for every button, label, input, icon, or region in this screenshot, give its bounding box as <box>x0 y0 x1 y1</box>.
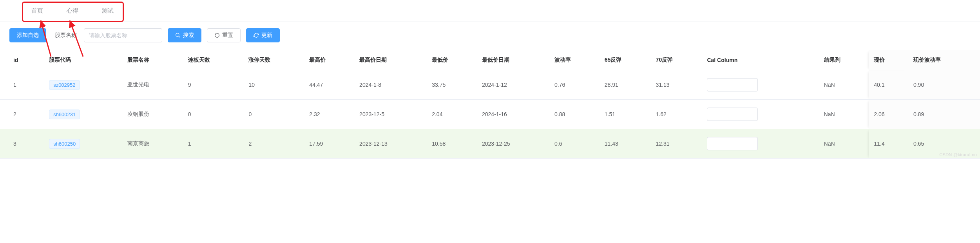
data-table: id 股票代码 股票名称 连板天数 涨停天数 最高价 最高价日期 最低价 最低价… <box>0 50 980 159</box>
reset-button[interactable]: 重置 <box>207 28 241 42</box>
col-r70: 70反弹 <box>651 50 703 70</box>
cell-low-date: 2024-1-16 <box>477 100 550 129</box>
cell-high-date: 2023-12-5 <box>355 100 427 129</box>
cell-id: 1 <box>0 70 44 100</box>
cell-r65: 28.91 <box>600 70 651 100</box>
col-zt-days: 涨停天数 <box>244 50 304 70</box>
table-row[interactable]: 2sh600231凌钢股份002.322023-12-52.042024-1-1… <box>0 100 980 129</box>
tab-notes[interactable]: 心得 <box>59 7 86 15</box>
add-button[interactable]: 添加自选 <box>9 28 46 42</box>
cell-cal <box>702 70 819 100</box>
cell-r65: 11.43 <box>600 129 651 159</box>
table-row[interactable]: 3sh600250南京商旅1217.592023-12-1310.582023-… <box>0 129 980 159</box>
cell-high-date: 2023-12-13 <box>355 129 427 159</box>
cell-r70: 1.62 <box>651 100 703 129</box>
cell-low-date: 2023-12-25 <box>477 129 550 159</box>
cell-cal <box>702 129 819 159</box>
refresh-icon <box>254 33 259 38</box>
cell-low: 2.04 <box>427 100 477 129</box>
cell-name: 南京商旅 <box>123 129 183 159</box>
col-low: 最低价 <box>427 50 477 70</box>
cell-id: 3 <box>0 129 44 159</box>
cell-result: NaN <box>819 129 870 159</box>
cal-input[interactable] <box>707 108 758 121</box>
col-r65: 65反弹 <box>600 50 651 70</box>
cal-input[interactable] <box>707 78 758 91</box>
cell-id: 2 <box>0 100 44 129</box>
reset-icon <box>214 33 220 38</box>
stock-code-tag[interactable]: sh600250 <box>49 139 80 149</box>
cell-result: NaN <box>819 70 870 100</box>
cell-vol: 0.76 <box>550 70 600 100</box>
stock-code-tag[interactable]: sh600231 <box>49 110 80 119</box>
tab-home[interactable]: 首页 <box>24 7 51 15</box>
cell-vol: 0.6 <box>550 129 600 159</box>
col-high: 最高价 <box>304 50 355 70</box>
col-lb-days: 连板天数 <box>183 50 244 70</box>
cell-r70: 31.13 <box>651 70 703 100</box>
col-name: 股票名称 <box>123 50 183 70</box>
cell-price: 2.06 <box>869 100 909 129</box>
col-id: id <box>0 50 44 70</box>
cell-zt: 2 <box>244 129 304 159</box>
col-vol: 波动率 <box>550 50 600 70</box>
cell-r70: 12.31 <box>651 129 703 159</box>
cell-low: 10.58 <box>427 129 477 159</box>
cell-lb: 1 <box>183 129 244 159</box>
cal-input[interactable] <box>707 137 758 150</box>
cell-zt: 10 <box>244 70 304 100</box>
stock-code-tag[interactable]: sz002952 <box>49 80 80 90</box>
refresh-button-label: 更新 <box>261 32 272 39</box>
cell-name: 凌钢股份 <box>123 100 183 129</box>
col-price-vol: 现价波动率 <box>909 50 980 70</box>
cell-high-date: 2024-1-8 <box>355 70 427 100</box>
svg-line-3 <box>179 36 180 38</box>
cell-high: 44.47 <box>304 70 355 100</box>
cell-lb: 0 <box>183 100 244 129</box>
col-high-date: 最高价日期 <box>355 50 427 70</box>
nav-tabs: 首页 心得 测试 <box>0 0 980 22</box>
watermark: CSDN @kiraraLou <box>939 152 977 157</box>
col-cal: Cal Column <box>702 50 819 70</box>
reset-button-label: 重置 <box>222 32 233 39</box>
col-price: 现价 <box>869 50 909 70</box>
cell-low-date: 2024-1-12 <box>477 70 550 100</box>
col-code: 股票代码 <box>44 50 123 70</box>
cell-price-vol: 0.90 <box>909 70 980 100</box>
data-table-wrap: id 股票代码 股票名称 连板天数 涨停天数 最高价 最高价日期 最低价 最低价… <box>0 50 980 159</box>
stock-name-label: 股票名称 <box>55 32 77 39</box>
tab-test[interactable]: 测试 <box>94 7 121 15</box>
col-low-date: 最低价日期 <box>477 50 550 70</box>
cell-price: 11.4 <box>869 129 909 159</box>
refresh-button[interactable]: 更新 <box>246 28 280 42</box>
search-button-label: 搜索 <box>183 32 194 39</box>
cell-cal <box>702 100 819 129</box>
cell-price: 40.1 <box>869 70 909 100</box>
cell-code: sh600250 <box>44 129 123 159</box>
stock-name-input[interactable] <box>84 28 162 42</box>
cell-zt: 0 <box>244 100 304 129</box>
cell-r65: 1.51 <box>600 100 651 129</box>
cell-high: 17.59 <box>304 129 355 159</box>
table-row[interactable]: 1sz002952亚世光电91044.472024-1-833.752024-1… <box>0 70 980 100</box>
search-button[interactable]: 搜索 <box>168 28 201 42</box>
search-icon <box>175 33 181 38</box>
toolbar: 添加自选 股票名称 搜索 重置 更新 <box>0 22 980 50</box>
cell-code: sh600231 <box>44 100 123 129</box>
svg-point-2 <box>176 33 179 37</box>
cell-code: sz002952 <box>44 70 123 100</box>
cell-lb: 9 <box>183 70 244 100</box>
cell-price-vol: 0.89 <box>909 100 980 129</box>
cell-high: 2.32 <box>304 100 355 129</box>
cell-result: NaN <box>819 100 870 129</box>
cell-vol: 0.88 <box>550 100 600 129</box>
cell-name: 亚世光电 <box>123 70 183 100</box>
table-header-row: id 股票代码 股票名称 连板天数 涨停天数 最高价 最高价日期 最低价 最低价… <box>0 50 980 70</box>
col-result: 结果列 <box>819 50 870 70</box>
cell-low: 33.75 <box>427 70 477 100</box>
